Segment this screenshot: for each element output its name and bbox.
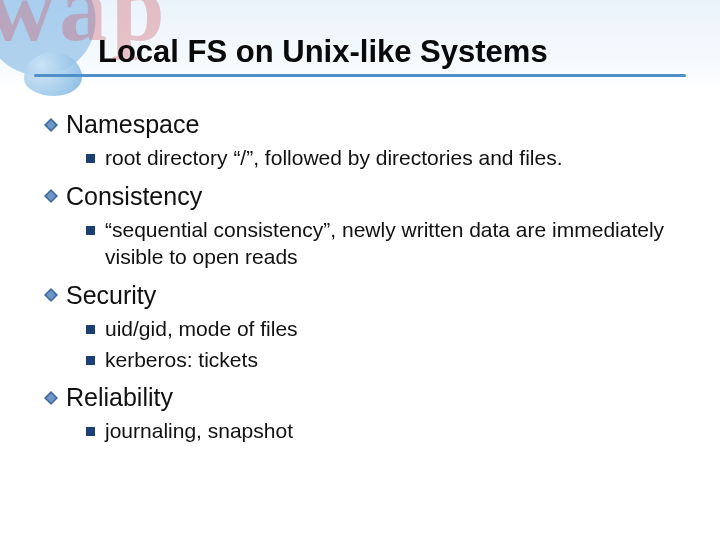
- diamond-bullet-icon: [44, 391, 58, 405]
- list-item-text: root directory “/”, followed by director…: [105, 145, 676, 172]
- section-consistency: Consistency “sequential consistency”, ne…: [44, 182, 676, 271]
- slide-title: Local FS on Unix-like Systems: [98, 34, 548, 70]
- list-item: kerberos: tickets: [86, 347, 676, 374]
- section-heading: Reliability: [44, 383, 676, 412]
- section-list: uid/gid, mode of files kerberos: tickets: [44, 316, 676, 374]
- content-area: Namespace root directory “/”, followed b…: [44, 110, 676, 455]
- section-list: “sequential consistency”, newly written …: [44, 217, 676, 271]
- square-bullet-icon: [86, 325, 95, 334]
- title-underline: [34, 74, 686, 77]
- section-heading: Consistency: [44, 182, 676, 211]
- square-bullet-icon: [86, 427, 95, 436]
- list-item-text: uid/gid, mode of files: [105, 316, 676, 343]
- section-security: Security uid/gid, mode of files kerberos…: [44, 281, 676, 374]
- square-bullet-icon: [86, 226, 95, 235]
- section-heading-text: Namespace: [66, 110, 199, 139]
- section-list: root directory “/”, followed by director…: [44, 145, 676, 172]
- section-namespace: Namespace root directory “/”, followed b…: [44, 110, 676, 172]
- list-item-text: journaling, snapshot: [105, 418, 676, 445]
- section-list: journaling, snapshot: [44, 418, 676, 445]
- square-bullet-icon: [86, 356, 95, 365]
- section-reliability: Reliability journaling, snapshot: [44, 383, 676, 445]
- section-heading: Security: [44, 281, 676, 310]
- list-item: root directory “/”, followed by director…: [86, 145, 676, 172]
- diamond-bullet-icon: [44, 118, 58, 132]
- list-item: uid/gid, mode of files: [86, 316, 676, 343]
- diamond-bullet-icon: [44, 288, 58, 302]
- square-bullet-icon: [86, 154, 95, 163]
- section-heading-text: Consistency: [66, 182, 202, 211]
- list-item-text: “sequential consistency”, newly written …: [105, 217, 676, 271]
- diamond-bullet-icon: [44, 189, 58, 203]
- list-item-text: kerberos: tickets: [105, 347, 676, 374]
- list-item: journaling, snapshot: [86, 418, 676, 445]
- section-heading-text: Reliability: [66, 383, 173, 412]
- list-item: “sequential consistency”, newly written …: [86, 217, 676, 271]
- section-heading: Namespace: [44, 110, 676, 139]
- title-container: Local FS on Unix-like Systems: [0, 34, 720, 70]
- section-heading-text: Security: [66, 281, 156, 310]
